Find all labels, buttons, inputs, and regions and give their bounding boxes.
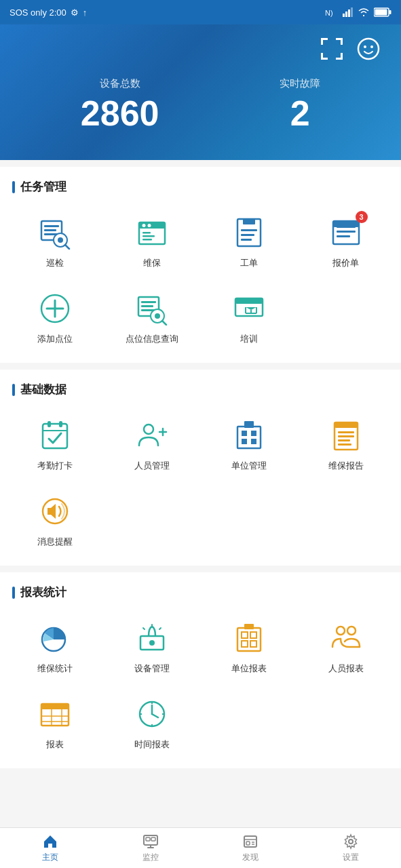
unit-icon bbox=[232, 418, 266, 452]
devmgmt-icon-box bbox=[133, 619, 171, 657]
svg-rect-2 bbox=[343, 14, 345, 17]
status-left: SOS only 2:00 ⚙ ↑ bbox=[9, 7, 87, 18]
patrol-label: 巡检 bbox=[46, 257, 64, 269]
svg-rect-42 bbox=[337, 235, 350, 237]
stats-grid-row1: 维保统计 设备管理 bbox=[0, 610, 401, 686]
maintenance-icon-box bbox=[133, 214, 171, 252]
svg-rect-111 bbox=[146, 837, 150, 841]
devmgmt-label: 设备管理 bbox=[134, 663, 170, 675]
basic-section-title: 基础数据 bbox=[0, 382, 401, 407]
attendance-item[interactable]: 考勤打卡 bbox=[7, 407, 104, 483]
quote-label: 报价单 bbox=[332, 257, 359, 269]
patrol-item[interactable]: 巡检 bbox=[7, 204, 104, 280]
basic-grid-row2: 消息提醒 bbox=[0, 483, 401, 559]
svg-text:): ) bbox=[330, 9, 333, 17]
staffreport-label: 人员报表 bbox=[328, 663, 364, 675]
tablereport-item[interactable]: 报表 bbox=[7, 686, 104, 762]
svg-rect-5 bbox=[351, 7, 353, 17]
patrol-icon-box bbox=[36, 214, 74, 252]
unitreport-item[interactable]: 单位报表 bbox=[201, 610, 298, 686]
personnel-item[interactable]: 人员管理 bbox=[104, 407, 201, 483]
personnel-icon bbox=[135, 418, 169, 452]
svg-rect-115 bbox=[246, 842, 250, 845]
svg-rect-4 bbox=[348, 9, 350, 17]
content-area: 任务管理 巡检 bbox=[0, 167, 401, 816]
svg-point-64 bbox=[144, 425, 153, 434]
svg-rect-70 bbox=[242, 439, 247, 444]
basic-grid-row1: 考勤打卡 人员管理 bbox=[0, 407, 401, 483]
maintstat-icon bbox=[38, 621, 72, 655]
scan-icon[interactable] bbox=[320, 37, 344, 61]
maintenance-item[interactable]: 维保 bbox=[104, 204, 201, 280]
svg-rect-35 bbox=[243, 219, 255, 224]
message-item[interactable]: 消息提醒 bbox=[7, 483, 104, 559]
svg-rect-21 bbox=[44, 225, 59, 227]
basic-section: 基础数据 考勤打卡 bbox=[0, 370, 401, 566]
settings-icon: ⚙ bbox=[71, 7, 79, 18]
staffreport-item[interactable]: 人员报表 bbox=[297, 610, 394, 686]
task-section: 任务管理 巡检 bbox=[0, 167, 401, 363]
status-right: N) bbox=[325, 7, 392, 17]
svg-rect-36 bbox=[241, 229, 257, 231]
timereport-icon bbox=[135, 697, 169, 731]
nav-monitor[interactable]: 监控 bbox=[100, 828, 201, 868]
svg-rect-74 bbox=[335, 422, 358, 428]
unitreport-label: 单位报表 bbox=[231, 663, 267, 675]
hero-stats: 设备总数 2860 实时故障 2 bbox=[20, 77, 381, 133]
workorder-item[interactable]: 工单 bbox=[201, 204, 298, 280]
svg-point-94 bbox=[347, 627, 356, 635]
nav-settings[interactable]: 设置 bbox=[301, 828, 401, 868]
quote-item[interactable]: 3 报价单 bbox=[297, 204, 394, 280]
nav-discover[interactable]: 发现 bbox=[201, 828, 301, 868]
svg-text:N: N bbox=[325, 9, 330, 17]
svg-rect-61 bbox=[47, 421, 51, 427]
message-icon-box bbox=[36, 492, 74, 530]
svg-rect-77 bbox=[338, 439, 350, 441]
pointinfo-item[interactable]: 点位信息查询 bbox=[104, 280, 201, 356]
svg-rect-10 bbox=[321, 38, 323, 45]
svg-line-26 bbox=[65, 245, 69, 249]
svg-rect-12 bbox=[341, 38, 343, 45]
report-label: 维保报告 bbox=[328, 460, 364, 472]
svg-rect-22 bbox=[44, 229, 56, 231]
unit-label: 单位管理 bbox=[231, 460, 267, 472]
quote-badge: 3 bbox=[356, 211, 368, 223]
workorder-icon bbox=[232, 216, 266, 250]
svg-point-29 bbox=[142, 224, 146, 227]
bottom-nav: 主页 监控 发现 设置 bbox=[0, 827, 401, 868]
unit-item[interactable]: 单位管理 bbox=[201, 407, 298, 483]
home-icon bbox=[42, 833, 58, 850]
svg-point-18 bbox=[364, 45, 366, 48]
stats-section-title: 报表统计 bbox=[0, 585, 401, 610]
attendance-label: 考勤打卡 bbox=[37, 460, 73, 472]
svg-rect-63 bbox=[43, 430, 67, 431]
svg-rect-49 bbox=[141, 305, 153, 307]
maintstat-icon-box bbox=[36, 619, 74, 657]
svg-line-86 bbox=[159, 628, 161, 629]
timereport-item[interactable]: 时间报表 bbox=[104, 686, 201, 762]
realtime-faults-label: 实时故障 bbox=[280, 77, 320, 90]
signal-icon bbox=[343, 7, 354, 17]
nav-home[interactable]: 主页 bbox=[0, 828, 100, 868]
svg-rect-71 bbox=[251, 439, 256, 444]
pointinfo-label: 点位信息查询 bbox=[126, 333, 178, 345]
svg-point-25 bbox=[58, 237, 63, 243]
svg-rect-96 bbox=[41, 704, 69, 709]
addpoint-item[interactable]: 添加点位 bbox=[7, 280, 104, 356]
devmgmt-item[interactable]: 设备管理 bbox=[104, 610, 201, 686]
maintstat-item[interactable]: 维保统计 bbox=[7, 610, 104, 686]
svg-point-118 bbox=[349, 840, 353, 844]
training-item[interactable]: 培训 bbox=[201, 280, 298, 356]
maintenance-label: 维保 bbox=[143, 257, 161, 269]
upload-icon: ↑ bbox=[83, 7, 88, 18]
quote-icon-box: 3 bbox=[327, 214, 365, 252]
report-item[interactable]: 维保报告 bbox=[297, 407, 394, 483]
svg-line-103 bbox=[152, 714, 158, 717]
profile-icon[interactable] bbox=[356, 37, 381, 61]
stats-section: 报表统计 维保统计 bbox=[0, 572, 401, 768]
report-icon-box bbox=[327, 416, 365, 454]
tablereport-icon-box bbox=[36, 695, 74, 733]
patrol-icon bbox=[38, 216, 72, 250]
total-devices-label: 设备总数 bbox=[81, 77, 159, 90]
svg-rect-88 bbox=[242, 632, 248, 638]
